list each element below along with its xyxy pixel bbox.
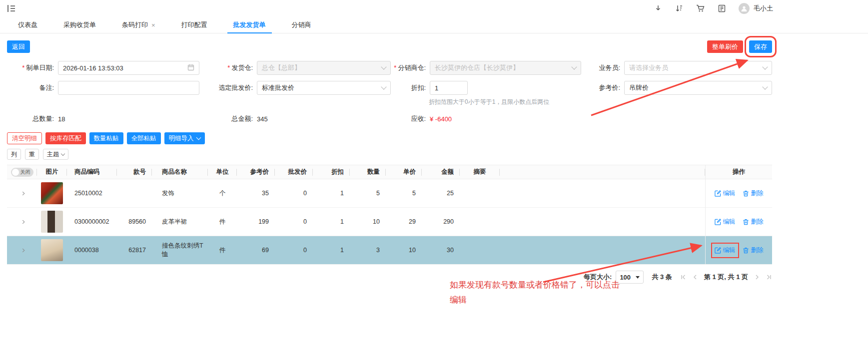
topbar: 毛小土 (0, 0, 868, 17)
chevron-down-icon (571, 64, 577, 69)
chevron-down-icon (762, 64, 768, 69)
calendar-icon (187, 64, 194, 72)
cell-amount: 290 (422, 218, 460, 225)
tabbar: 仪表盘 采购收货单 条码打印× 打印配置 批发发货单 分销商 (0, 17, 868, 33)
header-ref-price: 参考价 (237, 165, 275, 179)
download-icon[interactable] (654, 4, 662, 12)
back-button[interactable]: 返回 (7, 40, 30, 53)
table-row[interactable]: 0300000002 89560 皮革半裙 件 199 0 1 10 29 29… (7, 208, 772, 236)
reference-price-select[interactable]: 吊牌价 (624, 81, 772, 95)
cell-unit-price: 10 (386, 247, 422, 254)
close-icon[interactable]: × (151, 21, 155, 29)
sort-icon[interactable] (675, 4, 683, 12)
match-stock-button[interactable]: 按库存匹配 (45, 132, 86, 144)
product-image[interactable] (41, 239, 63, 261)
cell-unit-price: 29 (386, 218, 422, 225)
product-image[interactable] (41, 182, 63, 204)
salesman-select[interactable]: 请选择业务员 (624, 61, 772, 75)
avatar (739, 3, 750, 14)
header-image: 图片 (37, 165, 67, 179)
cell-style-no: 89560 (117, 218, 152, 225)
next-page-icon[interactable] (754, 274, 760, 280)
annotation-text: 如果发现有款号数量或者价格错了，可以点击 编辑 (450, 278, 620, 308)
required-mark: * (227, 64, 230, 71)
header-operation: 操作 (705, 165, 772, 179)
chevron-down-icon (381, 64, 386, 69)
chevron-down-icon (61, 152, 65, 156)
weight-button[interactable]: 重 (25, 149, 39, 160)
table-header: 关闭 图片 商品编码 款号 商品名称 单位 参考价 批发价 折扣 数量 单价 金… (7, 165, 772, 179)
delete-button[interactable]: 删除 (743, 189, 764, 198)
discount-hint: 折扣范围大于0小于等于1，且限小数点后两位 (429, 98, 772, 106)
cart-icon[interactable] (696, 4, 705, 12)
cell-quantity: 3 (350, 247, 386, 254)
chevron-down-icon (196, 135, 201, 140)
tab-wholesale-delivery[interactable]: 批发发货单 (220, 17, 279, 33)
field-salesman: 业务员: 请选择业务员 (581, 61, 772, 75)
import-details-button[interactable]: 明细导入 (164, 132, 205, 144)
cell-ref-price: 199 (237, 218, 275, 225)
expand-icon[interactable] (19, 220, 24, 224)
edit-button-highlighted[interactable]: 编辑 (715, 246, 736, 255)
product-image[interactable] (41, 211, 63, 233)
user-menu[interactable]: 毛小土 (739, 3, 773, 14)
tab-dashboard[interactable]: 仪表盘 (5, 17, 50, 33)
clear-details-button[interactable]: 清空明细 (7, 132, 42, 144)
table-tools: 列 重 主题 (7, 149, 772, 160)
header-toggle[interactable]: 关闭 (11, 168, 33, 177)
paste-all-button[interactable]: 全部粘贴 (127, 132, 161, 144)
order-date-value[interactable] (63, 64, 187, 72)
tab-print-config[interactable]: 打印配置 (168, 17, 220, 33)
delete-button[interactable]: 删除 (743, 218, 764, 226)
topbar-right: 毛小土 (654, 3, 773, 14)
tab-distributor[interactable]: 分销商 (279, 17, 324, 33)
remark-input[interactable] (58, 81, 199, 95)
total-quantity: 总数量: 18 (7, 114, 199, 123)
table-row[interactable]: 25010002 发饰 个 35 0 1 5 5 25 编辑 删除 (7, 179, 772, 208)
header-amount: 金额 (422, 165, 460, 179)
total-amount: 总金额: 345 (199, 114, 391, 123)
first-page-icon[interactable] (680, 274, 686, 280)
order-date-input[interactable] (58, 61, 199, 75)
cell-wholesale-price: 0 (275, 247, 313, 254)
cell-code: 0300000002 (67, 218, 117, 225)
required-mark: * (22, 64, 24, 71)
edit-button[interactable]: 编辑 (715, 189, 736, 198)
discount-value[interactable] (435, 84, 463, 92)
summary-bar: 总数量: 18 总金额: 345 应收: ¥ -6400 (7, 114, 772, 123)
distributor-warehouse-select: 长沙莫伊的仓店【长沙莫伊】 (430, 61, 581, 75)
cell-name: 撞色条纹刺绣T恤 (152, 242, 208, 259)
theme-select[interactable]: 主题 (43, 149, 68, 160)
reprice-button[interactable]: 整单刷价 (707, 40, 743, 53)
columns-button[interactable]: 列 (7, 149, 21, 160)
edit-button[interactable]: 编辑 (715, 218, 736, 226)
cell-amount: 30 (422, 247, 460, 254)
cell-code: 25010002 (67, 190, 117, 197)
cell-code: 0000038 (67, 247, 117, 254)
paste-quantity-button[interactable]: 数量粘贴 (89, 132, 123, 144)
expand-icon[interactable] (19, 192, 24, 195)
tab-barcode-print[interactable]: 条码打印× (109, 17, 168, 33)
expand-icon[interactable] (19, 249, 24, 252)
chevron-down-icon (381, 84, 386, 89)
cell-ref-price: 35 (237, 190, 275, 197)
header-quantity: 数量 (350, 165, 386, 179)
document-icon[interactable] (718, 4, 726, 12)
last-page-icon[interactable] (766, 274, 772, 280)
table-row-selected[interactable]: 0000038 62817 撞色条纹刺绣T恤 件 69 0 1 3 10 30 … (7, 236, 772, 265)
save-button[interactable]: 保存 (749, 40, 772, 53)
tab-purchase-receipt[interactable]: 采购收货单 (50, 17, 109, 33)
header-name: 商品名称 (152, 165, 208, 179)
menu-icon[interactable] (7, 4, 16, 12)
remark-value[interactable] (63, 84, 194, 92)
page-size-select[interactable]: 100 (616, 271, 644, 284)
discount-input[interactable] (430, 81, 468, 95)
cell-discount: 1 (313, 247, 350, 254)
toolbar-right: 整单刷价 保存 (707, 40, 772, 53)
prev-page-icon[interactable] (692, 274, 698, 280)
delete-button[interactable]: 删除 (743, 246, 764, 255)
price-type-select[interactable]: 标准批发价 (257, 81, 391, 95)
ship-warehouse-select: 总仓【总部】 (257, 61, 391, 75)
pager: 第 1 页, 共 1 页 (680, 273, 772, 282)
detail-actions: 清空明细 按库存匹配 数量粘贴 全部粘贴 明细导入 (7, 132, 772, 144)
